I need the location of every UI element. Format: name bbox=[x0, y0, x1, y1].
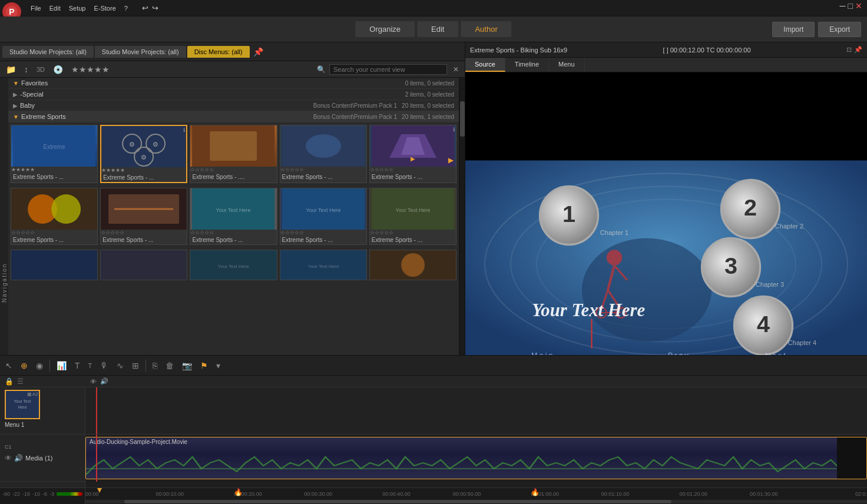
svg-text:2: 2 bbox=[744, 194, 757, 220]
tab-menu[interactable]: Menu bbox=[549, 58, 585, 72]
svg-rect-33 bbox=[102, 250, 185, 280]
tab-studio-all-1[interactable]: Studio Movie Projects: (all) bbox=[2, 46, 94, 58]
add-tool[interactable]: ⊕ bbox=[19, 360, 29, 372]
h-scrollbar-thumb[interactable] bbox=[124, 500, 671, 503]
stars-8: ☆☆☆☆☆ bbox=[190, 230, 276, 236]
menu-track-content bbox=[85, 387, 867, 435]
level-n6: -6 bbox=[42, 491, 47, 497]
folder-icon[interactable]: 📁 bbox=[4, 64, 18, 75]
lock-icon[interactable]: 🔒 bbox=[5, 377, 14, 386]
grid-btn[interactable]: ⊞ bbox=[130, 360, 141, 372]
grid-item-12[interactable] bbox=[100, 250, 187, 280]
svg-text:4: 4 bbox=[757, 311, 770, 337]
menu-file[interactable]: File bbox=[31, 5, 41, 12]
category-extreme-sports[interactable]: ▼ Extreme Sports Bonus Content\Premium P… bbox=[8, 111, 459, 122]
mic-btn[interactable]: 🎙 bbox=[98, 360, 110, 372]
svg-text:Chapter 3: Chapter 3 bbox=[756, 281, 784, 288]
category-path: Bonus Content\Premium Pack 1 bbox=[313, 102, 397, 109]
window-close[interactable]: ✕ bbox=[855, 1, 862, 11]
svg-text:Chapter 4: Chapter 4 bbox=[788, 339, 816, 346]
track-speaker[interactable]: 🔊 bbox=[14, 454, 23, 462]
menu-edit[interactable]: Edit bbox=[49, 5, 61, 12]
clear-search[interactable]: ✕ bbox=[451, 64, 461, 75]
category-favorites[interactable]: ▼ Favorites 0 items, 0 selected bbox=[8, 78, 459, 89]
search-input[interactable] bbox=[329, 64, 447, 75]
grid-item-15[interactable] bbox=[369, 250, 456, 280]
redo-btn[interactable]: ↪ bbox=[152, 4, 158, 12]
speaker-icon[interactable]: 🔊 bbox=[100, 377, 108, 385]
grid-item-7[interactable]: ☆☆☆☆☆ Extreme Sports - ... bbox=[100, 188, 187, 245]
info-icon-2: ℹ bbox=[183, 127, 185, 133]
window-minimize[interactable]: ─ bbox=[840, 1, 846, 11]
tab-source[interactable]: Source bbox=[465, 58, 505, 72]
eye-icon[interactable]: 👁 bbox=[90, 378, 97, 385]
text-style-btn[interactable]: T bbox=[87, 361, 94, 370]
grid-item-4[interactable]: ☆☆☆☆☆ Extreme Sports - ... bbox=[280, 125, 367, 183]
delete-btn[interactable]: 🗑 bbox=[164, 360, 176, 372]
menu-estore[interactable]: E-Store bbox=[94, 5, 115, 12]
pin-icon[interactable]: 📌 bbox=[251, 47, 266, 57]
category-count: 20 items, 0 selected bbox=[402, 102, 454, 109]
grid-item-10[interactable]: Your Text Here ☆☆☆☆☆ Extreme Sports - ..… bbox=[369, 188, 456, 245]
tab-studio-all-2[interactable]: Studio Movie Projects: (all) bbox=[95, 46, 186, 58]
export-btn[interactable]: Export bbox=[818, 22, 861, 37]
window-maximize[interactable]: □ bbox=[848, 1, 853, 11]
item-label-2: Extreme Sports - ... bbox=[101, 173, 186, 182]
grid-item-1[interactable]: Extreme ★★★★★ Extreme Sports - ... bbox=[11, 125, 98, 183]
bar-chart-btn[interactable]: 📊 bbox=[55, 360, 68, 372]
wave-btn[interactable]: ∿ bbox=[115, 360, 125, 372]
grid-item-14[interactable]: Your Text Here bbox=[280, 250, 367, 280]
camera-btn[interactable]: 📷 bbox=[180, 360, 194, 372]
author-btn[interactable]: Author bbox=[461, 21, 511, 37]
mark-end: 02:0: bbox=[855, 491, 867, 497]
menu-setup[interactable]: Setup bbox=[69, 5, 86, 12]
stars-filter[interactable]: ★★★★★ bbox=[69, 64, 112, 75]
organize-btn[interactable]: Organize bbox=[355, 21, 415, 37]
pin-preview[interactable]: 📌 bbox=[854, 46, 862, 54]
text-btn[interactable]: T bbox=[73, 360, 82, 372]
category-special[interactable]: ▶ -Special 2 items, 0 selected bbox=[8, 89, 459, 100]
grid-item-11[interactable] bbox=[11, 250, 98, 280]
timeline-main: Your Text Here ▦ AZ Menu 1 C1 M1 👁 � bbox=[0, 387, 867, 488]
tab-timeline[interactable]: Timeline bbox=[505, 58, 549, 72]
list-icon[interactable]: ☰ bbox=[17, 377, 24, 386]
import-btn[interactable]: Import bbox=[772, 22, 815, 37]
bottom-section: ↖ ⊕ ◉ 📊 T T 🎙 ∿ ⊞ ⎘ 🗑 📷 ⚑ ▾ 🔒 ☰ 👁 🔊 bbox=[0, 355, 867, 504]
track-eye[interactable]: 👁 bbox=[5, 454, 12, 462]
flag-dropdown[interactable]: ▾ bbox=[214, 360, 222, 372]
grid-item-6[interactable]: ☆☆☆☆☆ Extreme Sports - ... bbox=[11, 188, 98, 245]
threed-icon[interactable]: 3D bbox=[34, 65, 47, 74]
ripple-btn[interactable]: ◉ bbox=[34, 360, 45, 372]
expand-arrow: ▼ bbox=[13, 114, 19, 120]
menu-help[interactable]: ? bbox=[124, 5, 128, 12]
sort-icon[interactable]: ↕ bbox=[22, 64, 31, 75]
flag-btn[interactable]: ⚑ bbox=[198, 360, 210, 372]
expand-icon[interactable]: ⊡ bbox=[846, 46, 852, 54]
svg-text:Chapter 2: Chapter 2 bbox=[775, 223, 803, 230]
select-tool[interactable]: ↖ bbox=[4, 360, 14, 372]
stars-1: ★★★★★ bbox=[11, 167, 97, 173]
stars-2: ★★★★★ bbox=[101, 167, 186, 173]
grid-item-5[interactable]: ▶ ▶ ℹ ☆☆☆☆☆ Extreme Sports - ... bbox=[369, 125, 456, 183]
thumb-10: Your Text Here bbox=[370, 188, 456, 230]
svg-text:Your Text Here: Your Text Here bbox=[218, 264, 249, 269]
playhead-media bbox=[96, 435, 97, 482]
grid-item-2[interactable]: ⚙ ⚙ ⚙ ℹ ★★★★★ Extreme Sports - ... bbox=[100, 125, 187, 183]
grid-item-8[interactable]: Your Text Here ☆☆☆☆☆ Extreme Sports - ..… bbox=[190, 188, 277, 245]
grid-item-13[interactable]: Your Text Here bbox=[190, 250, 277, 280]
header-actions: Import Export bbox=[772, 22, 861, 37]
undo-btn[interactable]: ↩ bbox=[142, 4, 148, 12]
edit-btn[interactable]: Edit bbox=[417, 21, 458, 37]
svg-text:P: P bbox=[9, 7, 14, 16]
mark-130: 00:01:30.00 bbox=[750, 491, 778, 497]
tab-disc-menus[interactable]: Disc Menus: (all) bbox=[187, 46, 250, 58]
category-baby[interactable]: ▶ Baby Bonus Content\Premium Pack 1 20 i… bbox=[8, 100, 459, 111]
info-icon[interactable]: 💿 bbox=[51, 64, 65, 75]
copy-btn[interactable]: ⎘ bbox=[151, 360, 159, 372]
grid-item-9[interactable]: Your Text Here ☆☆☆☆☆ Extreme Sports - ..… bbox=[280, 188, 367, 245]
audio-clip[interactable]: Audio-Ducking-Sample-Project.Movie bbox=[85, 437, 867, 479]
h-scrollbar[interactable] bbox=[0, 499, 867, 504]
grid-item-3[interactable]: ☆☆☆☆☆ Extreme Sports - .... bbox=[190, 125, 277, 183]
thumb-12 bbox=[101, 250, 187, 280]
menu-thumbnail[interactable]: Your Text Here ▦ AZ bbox=[5, 390, 40, 419]
